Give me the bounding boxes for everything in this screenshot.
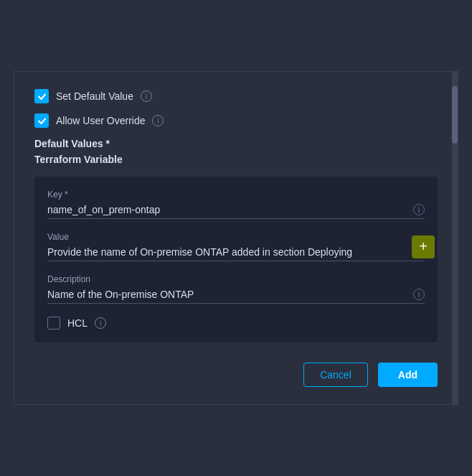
- plus-icon: +: [419, 238, 428, 255]
- hcl-row: HCL i: [47, 317, 425, 330]
- value-input-wrapper: i: [47, 246, 425, 261]
- allow-override-row: Allow User Override i: [34, 113, 438, 128]
- hcl-info-icon[interactable]: i: [95, 317, 106, 329]
- key-input-wrapper: i: [47, 204, 425, 219]
- scrollbar-thumb[interactable]: [452, 86, 458, 144]
- set-default-row: Set Default Value i: [34, 89, 438, 103]
- value-label: Value: [47, 232, 425, 242]
- allow-override-label: Allow User Override: [56, 115, 145, 126]
- set-default-label: Set Default Value: [56, 90, 133, 102]
- cancel-button[interactable]: Cancel: [303, 363, 368, 387]
- allow-override-checkbox[interactable]: [34, 113, 49, 128]
- variable-card: Key * i Value i + Description i: [34, 177, 438, 342]
- description-input-wrapper: i: [47, 289, 425, 304]
- description-field-group: Description i: [47, 274, 425, 304]
- description-label: Description: [47, 274, 425, 284]
- description-info-icon[interactable]: i: [413, 289, 425, 300]
- hcl-checkbox[interactable]: [47, 317, 60, 330]
- key-label: Key *: [47, 190, 425, 200]
- key-info-icon[interactable]: i: [413, 204, 425, 215]
- terraform-variable-subtitle: Terraform Variable: [34, 154, 438, 165]
- set-default-checkbox[interactable]: [34, 89, 49, 103]
- add-button[interactable]: Add: [378, 363, 438, 387]
- add-variable-button[interactable]: +: [412, 235, 435, 258]
- allow-override-info-icon[interactable]: i: [152, 115, 164, 126]
- default-values-title: Default Values *: [34, 138, 438, 149]
- value-field-group: Value i +: [47, 232, 425, 261]
- key-field-group: Key * i: [47, 190, 425, 219]
- set-default-info-icon[interactable]: i: [141, 90, 152, 102]
- value-input[interactable]: [47, 246, 407, 258]
- key-input[interactable]: [47, 204, 407, 215]
- description-input[interactable]: [47, 289, 407, 300]
- dialog: Set Default Value i Allow User Override …: [14, 71, 458, 405]
- footer: Cancel Add: [34, 363, 438, 387]
- hcl-label: HCL: [67, 317, 88, 329]
- scrollbar[interactable]: [452, 72, 458, 404]
